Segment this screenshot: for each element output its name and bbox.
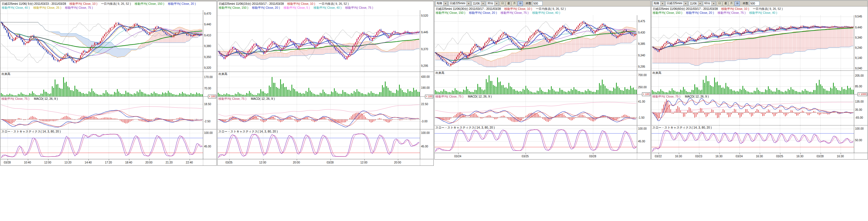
macd-plot[interactable]: 移動平均( Close, 75 )MACD( 12, 26, 9 ) (435, 94, 637, 125)
volume-axis: × 1000 205.0085.00 (854, 71, 867, 94)
price-plot[interactable] (435, 15, 637, 70)
timeframe-button-週[interactable]: 週 (506, 1, 511, 6)
stochastics-plot-canvas[interactable] (218, 129, 420, 159)
time-label: 12:00 (259, 161, 266, 164)
axis-label: 430.00 (421, 75, 430, 78)
dropdown-arrow-icon: ▼ (443, 1, 447, 6)
volume-plot[interactable]: 出来高 (218, 72, 420, 96)
time-label: 03/28 (589, 155, 596, 158)
stochastics-plot[interactable]: スロー・ストキャスティクス( 14, 3, 80, 20 ) (435, 125, 637, 153)
dropdown-arrow-icon: ▼ (466, 1, 471, 6)
toolbar-select-3[interactable]: 60分▼ (703, 1, 716, 6)
axis-label: 100.00 (421, 131, 430, 134)
bar-count-input[interactable] (749, 1, 760, 6)
legend-item: 移動平均( Close, 10 ) (721, 7, 749, 10)
axis-label: 205.00 (855, 74, 864, 77)
bar-count-label: 本数 (526, 1, 531, 5)
volume-axis: × 100 700.00250.00 (637, 71, 650, 94)
stochastics-section: スロー・ストキャスティクス( 14, 3, 80, 20 ) 100.0045.… (1, 129, 216, 159)
chart-legend: 日経225mini 11/06(30分) 2011/03/17 - 2011/0… (435, 6, 650, 15)
macd-label: 移動平均( Close, 75 )MACD( 12, 26, 9 ) (1, 97, 58, 101)
volume-plot-canvas[interactable] (652, 71, 854, 94)
legend-row-1: 日経225mini 11/06( 5分) 2011/03/23 - 2011/0… (2, 2, 215, 6)
legend-item: 移動平均( Close, 20 ) (469, 11, 497, 14)
toolbar-select-value: 60分 (704, 1, 710, 5)
chart-panels-row: 日経225mini 11/06( 5分) 2011/03/23 - 2011/0… (0, 0, 868, 166)
time-label: 22:40 (186, 161, 193, 164)
legend-item: 移動平均( Close, 20 ) (252, 6, 280, 9)
volume-plot-canvas[interactable] (435, 71, 637, 94)
legend-item: 移動平均( Close, 10 ) (287, 2, 315, 5)
price-plot-canvas[interactable] (435, 15, 637, 70)
legend-item: 移動平均( Close, 40 ) (532, 11, 560, 14)
volume-plot[interactable]: 出来高 (652, 71, 854, 94)
macd-plot-canvas[interactable] (435, 94, 637, 125)
macd-ma-label: 移動平均( Close, 75 ) (218, 97, 246, 100)
volume-plot-canvas[interactable] (218, 72, 420, 96)
macd-plot-canvas[interactable] (652, 94, 854, 125)
stochastics-plot-canvas[interactable] (1, 129, 203, 159)
stochastics-plot[interactable]: スロー・ストキャスティクス( 14, 3, 80, 20 ) (218, 129, 420, 159)
macd-plot-canvas[interactable] (218, 97, 420, 129)
time-axis: 03/2216:3003/2316:3003/2416:3003/2516:30… (652, 153, 867, 159)
timeframe-button-分[interactable]: 分 (735, 1, 740, 6)
macd-plot[interactable]: 移動平均( Close, 75 )MACD( 12, 26, 9 ) (652, 94, 854, 125)
stochastics-axis: 100.0045.00 (637, 125, 650, 153)
price-chart-section: 9,5459,4409,3409,2409,1409,040 (652, 15, 867, 70)
time-tick (149, 159, 150, 160)
toolbar-select-1[interactable]: 日経225mini▼ (665, 1, 688, 6)
macd-plot[interactable]: 移動平均( Close, 75 )MACD( 12, 26, 9 ) (218, 97, 420, 129)
toolbar-selects: 先物▼日経225mini▼11/06▼30分▼ (435, 1, 499, 6)
macd-plot-canvas[interactable] (1, 97, 203, 129)
stochastics-section: スロー・ストキャスティクス( 14, 3, 80, 20 ) 100.0050.… (652, 125, 867, 153)
time-tick (109, 159, 109, 160)
axis-label: 700.00 (638, 73, 647, 77)
macd-section: 移動平均( Close, 75 )MACD( 12, 26, 9 ) 135.0… (652, 94, 867, 125)
toolbar-select-0[interactable]: 先物▼ (435, 1, 448, 6)
time-axis-labels: 03/2512:0020:0003/2812:0020:00 (218, 159, 420, 165)
toolbar-select-3[interactable]: 30分▼ (486, 1, 499, 6)
volume-plot[interactable]: 出来高 (1, 72, 203, 96)
timeframe-button-分[interactable]: 分 (518, 1, 523, 6)
stochastics-plot[interactable]: スロー・ストキャスティクス( 14, 3, 80, 20 ) (1, 129, 203, 159)
toolbar-select-2[interactable]: 11/06▼ (472, 1, 485, 6)
stochastics-plot[interactable]: スロー・ストキャスティクス( 14, 3, 80, 20 ) (652, 125, 854, 153)
toolbar-select-2[interactable]: 11/06▼ (689, 1, 702, 6)
timeframe-button-日[interactable]: 日 (500, 1, 505, 6)
macd-label: 移動平均( Close, 75 )MACD( 12, 26, 9 ) (435, 95, 492, 99)
timeframe-button-週[interactable]: 週 (723, 1, 728, 6)
legend-item: 移動平均( Close, 25 ) (33, 6, 61, 9)
axis-label: 190.00 (421, 86, 430, 89)
timeframe-button-月[interactable]: 月 (729, 1, 734, 6)
macd-axis: 135.0035.00-65.00 (854, 94, 867, 125)
price-plot[interactable] (652, 15, 854, 70)
timeframe-button-月[interactable]: 月 (512, 1, 517, 6)
macd-plot[interactable]: 移動平均( Close, 75 )MACD( 12, 26, 9 ) (1, 97, 203, 129)
axis-label: 41.00 (638, 100, 645, 103)
chart-panel-3: 先物▼日経225mini▼11/06▼30分▼ 日週月分 本数 日経225min… (434, 0, 651, 160)
time-axis-spacer (854, 153, 867, 159)
price-plot[interactable] (1, 10, 203, 72)
time-axis-spacer (420, 159, 433, 165)
macd-label: 移動平均( Close, 75 )MACD( 12, 26, 9 ) (218, 97, 275, 101)
bar-count-input[interactable] (532, 1, 542, 6)
chart-legend: 日経225mini 11/06(15分) 2011/03/17 - 2011/0… (218, 1, 433, 10)
legend-row-2: 移動平均( Close, 150 )移動平均( Close, 20 )移動平均(… (653, 11, 866, 15)
price-plot-canvas[interactable] (652, 15, 854, 70)
time-label: 18:40 (125, 161, 132, 164)
price-plot-canvas[interactable] (218, 10, 420, 72)
toolbar-select-0[interactable]: 先物▼ (652, 1, 665, 6)
timeframe-buttons: 日週月分 (500, 1, 523, 6)
price-axis: 9,4759,4309,3859,3409,295 (637, 15, 650, 70)
time-label: 16:30 (797, 155, 803, 158)
toolbar-select-value: 先物 (437, 1, 442, 5)
volume-plot[interactable]: 出来高 (435, 71, 637, 94)
toolbar-select-1[interactable]: 日経225mini▼ (448, 1, 471, 6)
axis-label: 9,340 (638, 54, 645, 57)
timeframe-button-日[interactable]: 日 (717, 1, 722, 6)
price-plot-canvas[interactable] (1, 10, 203, 72)
price-plot[interactable] (218, 10, 420, 72)
axis-label: 100.00 (855, 127, 864, 130)
volume-plot-canvas[interactable] (1, 72, 203, 96)
legend-item: 移動平均( Close, 150 ) (135, 2, 164, 5)
